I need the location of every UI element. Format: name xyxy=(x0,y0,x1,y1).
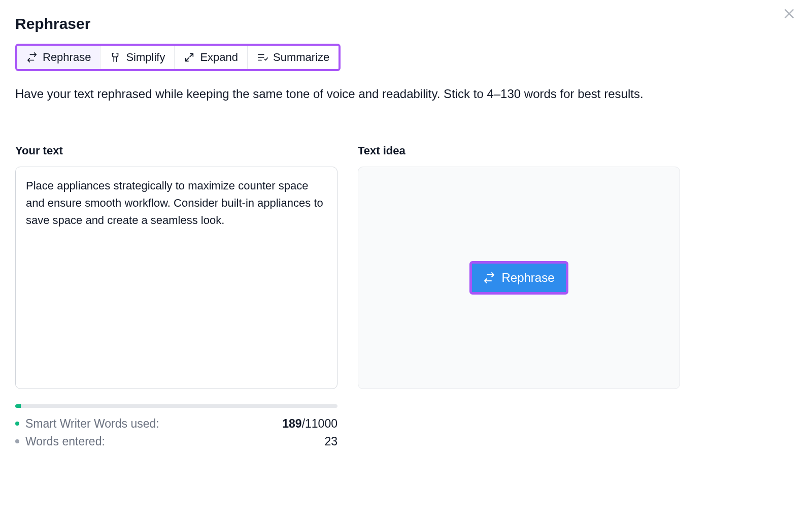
tab-rephrase[interactable]: Rephrase xyxy=(17,46,100,69)
stat-label: Words entered: xyxy=(25,435,105,448)
tab-simplify[interactable]: Simplify xyxy=(100,46,175,69)
your-text-label: Your text xyxy=(15,144,337,157)
usage-progress-fill xyxy=(15,404,21,408)
stat-dot-gray xyxy=(15,439,19,443)
rephrase-icon xyxy=(26,52,38,63)
tab-label: Simplify xyxy=(126,51,165,64)
rephrase-button-label: Rephrase xyxy=(501,271,554,285)
usage-progress-track xyxy=(15,404,337,408)
mode-description: Have your text rephrased while keeping t… xyxy=(15,85,797,103)
stat-value: 23 xyxy=(324,435,337,448)
stat-smart-writer: Smart Writer Words used: 189/11000 xyxy=(15,417,337,431)
simplify-icon xyxy=(110,52,121,63)
stat-dot-green xyxy=(15,422,19,426)
tab-label: Expand xyxy=(200,51,238,64)
tab-expand[interactable]: Expand xyxy=(175,46,248,69)
stat-label: Smart Writer Words used: xyxy=(25,417,159,431)
close-icon xyxy=(783,7,796,20)
expand-icon xyxy=(184,52,195,63)
text-idea-label: Text idea xyxy=(358,144,680,157)
summarize-icon xyxy=(257,52,268,63)
text-idea-output: Rephrase xyxy=(358,167,680,389)
mode-tabs: Rephrase Simplify Expand Summarize xyxy=(15,44,341,71)
page-title: Rephraser xyxy=(15,15,797,33)
tab-label: Rephrase xyxy=(43,51,91,64)
rephrase-icon xyxy=(483,272,495,284)
tab-label: Summarize xyxy=(273,51,329,64)
stat-words-entered: Words entered: 23 xyxy=(15,435,337,448)
close-button[interactable] xyxy=(782,6,797,21)
tab-summarize[interactable]: Summarize xyxy=(248,46,339,69)
your-text-input[interactable] xyxy=(15,167,337,389)
stat-value: 189/11000 xyxy=(282,417,337,431)
rephrase-button[interactable]: Rephrase xyxy=(472,264,565,292)
